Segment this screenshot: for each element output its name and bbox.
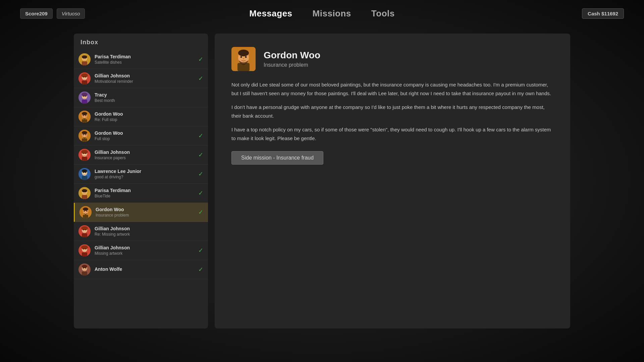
inbox-item-9[interactable]: Gordon Woo Insurance problem ✓ [74,203,208,222]
svg-rect-47 [82,195,87,199]
item-info-11: Gillian Johnson Missing artwork [95,245,196,256]
svg-point-32 [81,150,88,154]
avatar-6 [78,149,91,161]
item-info-9: Gordon Woo Insurance problem [96,207,196,218]
svg-rect-5 [82,61,87,65]
svg-point-56 [81,226,88,230]
checkmark-1: ✓ [198,56,203,63]
inbox-header: Inbox [74,34,208,50]
svg-point-22 [86,115,87,116]
svg-point-15 [83,96,84,97]
svg-point-21 [83,115,84,116]
svg-point-10 [86,77,87,78]
svg-point-62 [81,245,88,249]
item-subject-4: Re: Full stop [95,117,203,122]
inbox-item-4[interactable]: Gordon Woo Re: Full stop [74,107,208,126]
svg-point-68 [82,265,87,268]
main-content: Inbox Parisa Terdiman Satellite dishes ✓… [74,34,570,328]
nav-tools[interactable]: Tools [371,8,395,19]
inbox-item-5[interactable]: Gordon Woo Full stop ✓ [74,126,208,145]
svg-point-77 [245,56,247,58]
detail-sender-info: Gordon Woo Insurance problem [264,50,320,68]
item-subject-6: Insurance papers [95,156,196,160]
svg-point-40 [86,172,87,173]
svg-rect-53 [83,215,88,218]
item-info-3: Tracy Best month [95,92,203,103]
svg-point-63 [83,249,84,250]
svg-point-34 [86,153,87,154]
rank-display: Virtuoso [57,8,85,19]
svg-point-45 [83,191,84,192]
svg-point-69 [83,268,84,269]
inbox-item-10[interactable]: Gillian Johnson Re: Missing artwork [74,222,208,241]
svg-point-58 [86,230,87,231]
item-subject-8: BlueTide [95,194,196,198]
avatar-7 [78,168,91,180]
detail-header: Gordon Woo Insurance problem [231,47,553,71]
inbox-item-11[interactable]: Gillian Johnson Missing artwork ✓ [74,241,208,260]
item-info-6: Gillian Johnson Insurance papers [95,149,196,160]
item-subject-5: Full stop [95,136,196,141]
avatar-8 [78,187,91,199]
item-sender-2: Gillian Johnson [95,73,196,78]
avatar-5 [78,130,91,142]
inbox-item-6[interactable]: Gillian Johnson Insurance papers ✓ [74,145,208,165]
item-info-2: Gillian Johnson Motivational reminder [95,73,196,84]
detail-paragraph: I don't have a personal grudge with anyo… [231,103,553,120]
svg-point-39 [83,172,84,173]
inbox-item-3[interactable]: Tracy Best month [74,88,208,107]
avatar-1 [78,53,91,65]
item-subject-1: Satellite dishes [95,60,196,65]
svg-point-8 [81,73,88,77]
checkmark-8: ✓ [198,189,203,197]
top-bar: Score209 Virtuoso Messages Missions Tool… [0,0,644,27]
item-sender-8: Parisa Terdiman [95,188,196,193]
svg-rect-35 [82,157,87,161]
item-sender-4: Gordon Woo [95,111,203,117]
svg-point-64 [86,249,87,250]
item-subject-11: Missing artwork [95,251,196,256]
svg-rect-59 [82,233,87,237]
item-info-10: Gillian Johnson Re: Missing artwork [95,226,203,237]
inbox-item-2[interactable]: Gillian Johnson Motivational reminder ✓ [74,69,208,88]
inbox-item-8[interactable]: Parisa Terdiman BlueTide ✓ [74,184,208,203]
avatar-2 [78,72,91,84]
item-info-8: Parisa Terdiman BlueTide [95,188,196,198]
avatar-9 [79,206,92,218]
inbox-item-1[interactable]: Parisa Terdiman Satellite dishes ✓ [74,50,208,69]
item-info-4: Gordon Woo Re: Full stop [95,111,203,122]
checkmark-2: ✓ [198,75,203,82]
inbox-item-7[interactable]: Lawrence Lee Junior good at driving? ✓ [74,165,208,184]
inbox-item-12[interactable]: Anton Wolfe ✓ [74,260,208,279]
checkmark-11: ✓ [198,247,203,254]
item-info-1: Parisa Terdiman Satellite dishes [95,54,196,65]
svg-point-70 [86,268,87,269]
svg-point-27 [83,134,84,135]
item-sender-5: Gordon Woo [95,130,196,136]
item-sender-1: Parisa Terdiman [95,54,196,59]
nav-messages[interactable]: Messages [249,8,292,19]
checkmark-12: ✓ [198,266,203,273]
nav-missions[interactable]: Missions [313,8,351,19]
item-sender-3: Tracy [95,92,203,98]
svg-point-50 [83,207,88,211]
item-sender-12: Anton Wolfe [95,266,196,272]
detail-subject: Insurance problem [264,62,320,68]
item-sender-6: Gillian Johnson [95,149,196,155]
item-sender-10: Gillian Johnson [95,226,203,231]
avatar-10 [78,225,91,237]
checkmark-6: ✓ [198,151,203,159]
svg-point-78 [243,58,244,59]
svg-point-75 [238,50,249,56]
inbox-list: Parisa Terdiman Satellite dishes ✓ Gilli… [74,50,208,328]
svg-rect-71 [82,272,87,276]
mission-button[interactable]: Side mission - Insurance fraud [231,151,323,165]
svg-point-33 [83,153,84,154]
svg-point-44 [82,189,87,192]
checkmark-5: ✓ [198,132,203,139]
item-info-7: Lawrence Lee Junior good at driving? [95,169,196,179]
svg-point-16 [86,96,87,97]
item-subject-7: good at driving? [95,175,196,179]
item-info-5: Gordon Woo Full stop [95,130,196,141]
avatar-11 [78,244,91,256]
